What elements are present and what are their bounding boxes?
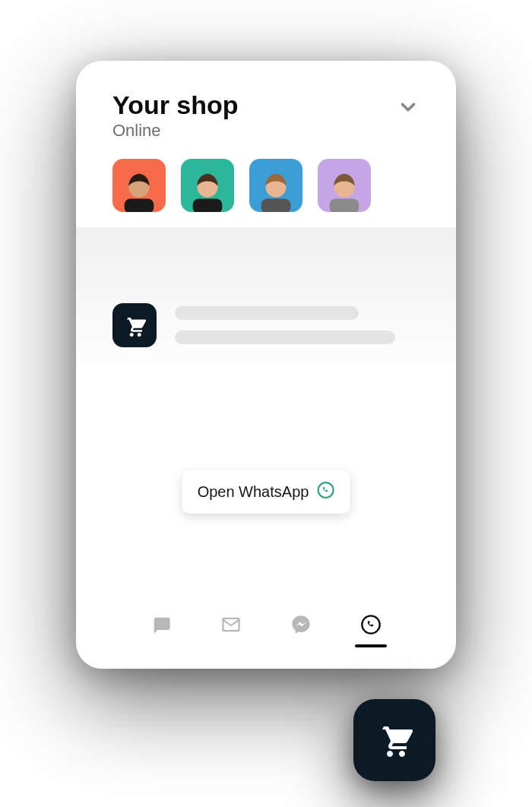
placeholder-line [175,331,395,344]
open-whatsapp-label: Open WhatsApp [198,483,309,501]
svg-rect-0 [125,199,154,212]
message-placeholder-row [112,303,420,347]
svg-rect-6 [330,199,359,212]
svg-point-9 [362,616,379,633]
svg-rect-4 [261,199,291,212]
open-whatsapp-button[interactable]: Open WhatsApp [182,470,350,514]
agent-avatars [112,159,420,212]
tab-email[interactable] [215,614,247,647]
header-top-row: Your shop Online [112,91,420,141]
tab-whatsapp[interactable] [355,614,387,647]
whatsapp-icon [360,614,382,638]
whatsapp-icon [316,481,334,503]
chat-widget-card: Your shop Online Open WhatsApp [76,61,456,669]
svg-rect-2 [193,199,223,212]
widget-body: Open WhatsApp [76,227,456,599]
cart-icon [112,303,157,347]
tab-active-indicator [355,644,387,647]
agent-avatar[interactable] [112,159,166,212]
cart-icon [376,720,413,760]
agent-avatar[interactable] [249,159,302,212]
placeholder-lines [175,306,420,344]
agent-avatar[interactable] [181,159,234,212]
tab-messenger[interactable] [285,614,317,647]
tab-chat[interactable] [145,614,177,647]
shop-title: Your shop [112,91,239,119]
header-title-block: Your shop Online [112,91,239,141]
chevron-down-icon[interactable] [397,96,420,122]
widget-header: Your shop Online [76,61,456,227]
cart-fab-button[interactable] [353,699,435,781]
placeholder-line [175,306,359,320]
chat-icon [150,614,172,638]
messenger-icon [290,614,312,638]
svg-point-8 [318,483,333,498]
shop-status: Online [112,121,239,141]
channel-tabs [76,599,456,669]
agent-avatar[interactable] [318,159,371,212]
email-icon [220,614,242,638]
